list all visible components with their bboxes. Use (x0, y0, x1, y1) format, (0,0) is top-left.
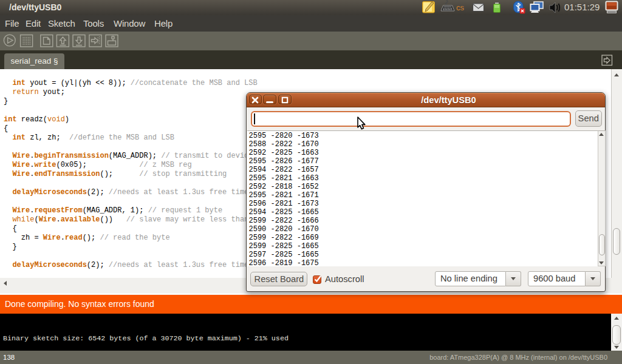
svg-text:cs: cs (456, 3, 465, 12)
